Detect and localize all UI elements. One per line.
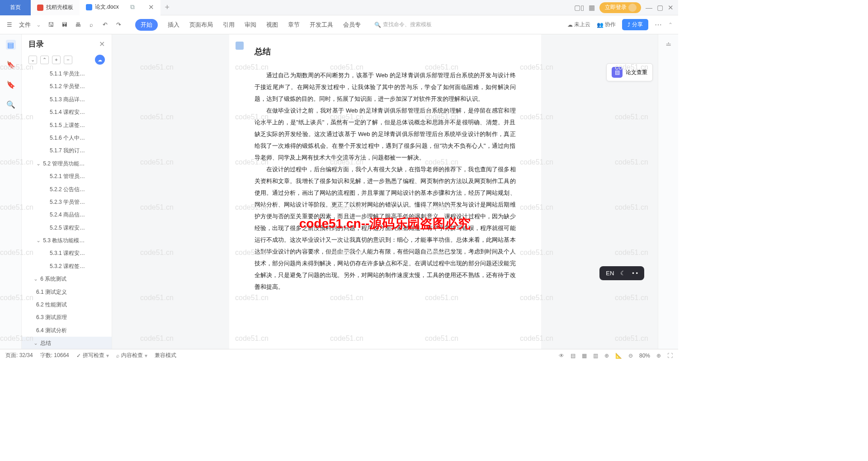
tag-icon[interactable]: 🔖 <box>6 60 16 70</box>
save-as-icon[interactable]: 🖬 <box>60 21 68 29</box>
menu-developer[interactable]: 开发工具 <box>310 21 333 29</box>
layout-mode-icon[interactable]: ▦ <box>582 353 587 359</box>
collab-button[interactable]: 👥协作 <box>597 21 616 28</box>
menu-page-layout[interactable]: 页面布局 <box>189 21 213 29</box>
outline-item[interactable]: 5.1.3 商品详… <box>22 93 112 106</box>
fit-page-icon[interactable]: ⛶ <box>667 353 673 359</box>
share-button[interactable]: ⤴分享 <box>622 19 648 30</box>
maximize-icon[interactable]: ▢ <box>657 4 663 12</box>
menu-insert[interactable]: 插入 <box>168 21 179 29</box>
outline-item[interactable]: ⌄ 5.2 管理员功能… <box>22 157 112 170</box>
zoom-out-icon[interactable]: ⊖ <box>628 353 633 359</box>
outline-item-label: 6.4 测试分析 <box>36 327 67 334</box>
print-icon[interactable]: 🖶 <box>74 21 82 29</box>
outline-item[interactable]: 6.2 性能测试 <box>22 298 112 311</box>
outline-panel-icon[interactable]: ▤ <box>6 40 16 50</box>
zoom-in-icon[interactable]: ⊕ <box>656 353 661 359</box>
outline-mode-icon[interactable]: ▥ <box>593 353 598 359</box>
outline-item-label: 6.1 测试定义 <box>36 289 67 295</box>
outline-close-icon[interactable]: ✕ <box>99 40 105 48</box>
zoom-level[interactable]: 80% <box>639 353 650 359</box>
page-counter[interactable]: 页面: 32/34 <box>5 352 33 359</box>
page: 总结 通过自己为期数周的不间断努力，该基于 Web 的足球青训俱乐部管理后台系统… <box>229 34 541 349</box>
plagiarism-icon: ▤ <box>612 67 623 78</box>
window-dup-icon[interactable]: ⧉ <box>130 3 135 11</box>
outline-item-label: 5.2.1 管理员… <box>50 173 85 179</box>
outline-item-label: 6.2 性能测试 <box>36 301 67 308</box>
tab-document[interactable]: 论文.docx ⧉ ✕ <box>80 0 160 15</box>
menu-review[interactable]: 审阅 <box>245 21 256 29</box>
outline-item[interactable]: 5.3.2 课程签… <box>22 260 112 273</box>
outline-item[interactable]: 6.4 测试分析 <box>22 324 112 337</box>
compat-mode[interactable]: 兼容模式 <box>155 352 176 359</box>
outline-item[interactable]: 6.1 测试定义 <box>22 286 112 298</box>
ime-indicator[interactable]: EN ☾ • • <box>599 266 644 280</box>
outline-item[interactable]: 5.1.4 课程安… <box>22 106 112 118</box>
hamburger-icon[interactable]: ☰ <box>5 21 14 29</box>
find-icon[interactable]: 🔍 <box>6 99 16 109</box>
outline-item[interactable]: 5.1.2 学员登… <box>22 80 112 93</box>
tab-add[interactable]: + <box>160 3 174 12</box>
level-remove-icon[interactable]: − <box>64 56 72 64</box>
apps-icon[interactable]: ▦ <box>589 4 595 12</box>
outline-item[interactable]: ⌄ 5.3 教练功能模… <box>22 234 112 247</box>
minimize-icon[interactable]: — <box>646 4 652 11</box>
window-close-icon[interactable]: ✕ <box>668 4 674 12</box>
read-mode-icon[interactable]: ▤ <box>571 353 576 359</box>
file-menu[interactable]: 文件 <box>19 21 31 29</box>
outline-item-label: 5.1.1 学员注… <box>50 71 85 77</box>
more-icon[interactable]: ⋯ <box>655 20 662 29</box>
ruler-icon[interactable]: 📐 <box>615 353 622 359</box>
outline-title: 目录 <box>28 39 99 49</box>
level-add-icon[interactable]: + <box>52 56 61 64</box>
outline-sync-icon[interactable]: ☁ <box>95 55 105 65</box>
outline-item[interactable]: 5.1.6 个人中… <box>22 132 112 144</box>
chevron-down-icon: ⌄ <box>36 237 42 244</box>
collapse-all-icon[interactable]: ⌄ <box>28 56 37 64</box>
tab-home[interactable]: 首页 <box>0 0 31 15</box>
outline-item[interactable]: 5.1.1 学员注… <box>22 67 112 80</box>
expand-all-icon[interactable]: ⌃ <box>40 56 49 64</box>
outline-item[interactable]: 5.3.1 课程安… <box>22 247 112 259</box>
plagiarism-check-button[interactable]: ▤ 论文查重 <box>606 63 653 81</box>
undo-icon[interactable]: ↶ <box>101 21 109 29</box>
outline-item-label: 5.2.3 学员管… <box>50 199 85 205</box>
tab-close-icon[interactable]: ✕ <box>148 3 154 11</box>
split-view-icon[interactable]: ▢▯ <box>574 4 584 12</box>
outline-item[interactable]: 5.1.5 上课签… <box>22 119 112 132</box>
menu-start[interactable]: 开始 <box>135 19 158 31</box>
content-check-toggle[interactable]: ⌕内容检查 ▾ <box>116 352 147 359</box>
outline-item[interactable]: 6.3 测试原理 <box>22 311 112 324</box>
collapse-ribbon-icon[interactable]: ⌃ <box>668 22 673 28</box>
format-panel-icon[interactable]: ≐ <box>663 39 674 50</box>
outline-item-label: 总结 <box>40 340 51 346</box>
tab-templates-label: 找稻壳模板 <box>46 4 73 11</box>
outline-item[interactable]: 5.1.7 我的订… <box>22 144 112 157</box>
workspace: ▤ 🔖 🔖 🔍 目录 ✕ ⌄ ⌃ + − ☁ 5.1.1 学员注…5.1.2 学… <box>0 34 678 349</box>
command-search[interactable]: 🔍 查找命令、搜索模板 <box>374 21 432 28</box>
outline-item[interactable]: 5.2.2 公告信… <box>22 183 112 196</box>
menu-section[interactable]: 章节 <box>288 21 300 29</box>
cloud-status[interactable]: ☁未上云 <box>567 21 590 28</box>
menu-view[interactable]: 视图 <box>266 21 278 29</box>
outline-item[interactable]: ⌄ 6 系统测试 <box>22 273 112 285</box>
menu-reference[interactable]: 引用 <box>223 21 235 29</box>
spellcheck-toggle[interactable]: ✓拼写检查 ▾ <box>76 352 109 359</box>
redo-icon[interactable]: ↷ <box>114 21 123 29</box>
outline-item[interactable]: 5.2.1 管理员… <box>22 170 112 183</box>
ime-dots-icon: • • <box>632 270 638 277</box>
save-icon[interactable]: 🖫 <box>47 21 55 29</box>
outline-item[interactable]: ⌄ 总结 <box>22 337 112 349</box>
menu-member[interactable]: 会员专 <box>343 21 361 29</box>
outline-item-label: 5.1.4 课程安… <box>50 109 85 115</box>
login-button[interactable]: 立即登录 <box>599 2 641 13</box>
outline-item[interactable]: 5.2.5 课程安… <box>22 221 112 234</box>
word-counter[interactable]: 字数: 10664 <box>40 352 69 359</box>
tab-templates[interactable]: 找稻壳模板 <box>31 0 80 15</box>
outline-item[interactable]: 5.2.3 学员管… <box>22 196 112 208</box>
bookmark-icon[interactable]: 🔖 <box>6 80 16 89</box>
eye-icon[interactable]: 👁 <box>559 353 564 359</box>
web-mode-icon[interactable]: ⊕ <box>604 353 609 359</box>
preview-icon[interactable]: ⌕ <box>87 21 95 29</box>
outline-item[interactable]: 5.2.4 商品信… <box>22 208 112 221</box>
